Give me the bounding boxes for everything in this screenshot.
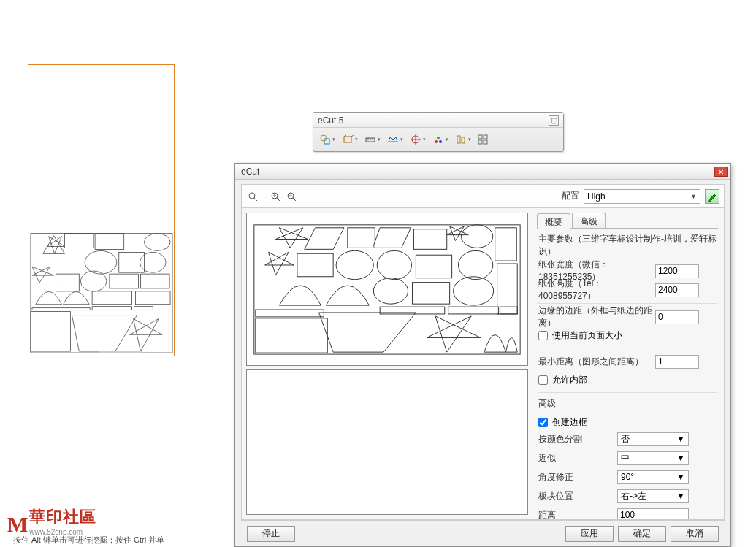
svg-rect-18 (134, 307, 153, 310)
svg-point-37 (439, 140, 442, 143)
zoom-in-icon[interactable] (269, 190, 282, 203)
apply-button[interactable]: 应用 (565, 526, 614, 542)
profile-label: 配置 (562, 190, 579, 202)
svg-rect-2 (95, 234, 124, 250)
tab-overview[interactable]: 概要 (537, 213, 570, 229)
main-params-heading: 主要参数（三维字车标设计制作-培训，爱轩标识） (538, 233, 717, 258)
stop-button[interactable]: 停止 (247, 526, 295, 542)
approx-select[interactable]: 中▼ (617, 451, 689, 465)
svg-marker-76 (427, 316, 481, 352)
svg-rect-38 (457, 136, 460, 143)
svg-line-27 (351, 135, 354, 137)
approx-label: 近似 (538, 452, 617, 464)
svg-rect-7 (119, 252, 145, 272)
edit-profile-button[interactable] (705, 189, 719, 204)
svg-rect-1 (65, 234, 94, 248)
paper-width-input[interactable] (655, 264, 699, 278)
svg-rect-77 (256, 310, 324, 317)
tool-scale-icon[interactable]: ▾ (362, 131, 383, 148)
svg-point-8 (140, 252, 166, 272)
chevron-down-icon: ▼ (690, 193, 697, 200)
svg-rect-39 (462, 137, 465, 143)
border-margin-label: 边缘的边距（外框与纸边的距离） (538, 305, 655, 329)
distance-input[interactable] (617, 508, 689, 520)
zoom-out-icon[interactable] (285, 190, 298, 203)
svg-point-68 (373, 278, 408, 304)
svg-rect-14 (92, 291, 131, 305)
svg-rect-16 (32, 308, 90, 310)
ecut-dialog: eCut ✕ 配置 High ▼ (234, 163, 731, 547)
svg-point-3 (144, 234, 170, 251)
svg-rect-40 (478, 135, 482, 139)
tool-shapes-icon[interactable]: ▾ (316, 131, 338, 148)
paper-height-label: 纸张高度（Tel：4008955727） (538, 278, 655, 302)
svg-line-49 (277, 198, 280, 201)
border-margin-input[interactable] (655, 310, 699, 324)
svg-rect-15 (136, 291, 171, 305)
svg-marker-57 (373, 228, 411, 248)
svg-rect-22 (99, 351, 142, 353)
close-icon[interactable]: ✕ (714, 167, 728, 177)
min-distance-input[interactable] (655, 355, 699, 369)
svg-rect-61 (495, 228, 517, 261)
canvas-artwork (28, 65, 174, 356)
preview-bottom[interactable] (246, 369, 528, 515)
toolbar-close-icon[interactable]: ▢ (549, 115, 559, 126)
preview-pane (242, 208, 532, 519)
svg-point-36 (437, 137, 440, 139)
svg-rect-43 (484, 140, 487, 144)
tool-box-icon[interactable]: ▾ (339, 131, 361, 148)
angle-select[interactable]: 90°▼ (617, 470, 689, 484)
create-border-checkbox[interactable] (538, 418, 548, 427)
separator (264, 190, 264, 203)
cancel-button[interactable]: 取消 (671, 526, 719, 542)
allow-inner-checkbox[interactable] (538, 375, 548, 385)
svg-marker-62 (265, 252, 294, 275)
allow-inner-label: 允许内部 (552, 374, 587, 386)
settings-pane: 概要 高级 主要参数（三维字车标设计制作-培训，爱轩标识） 纸张宽度（微信：18… (532, 208, 724, 519)
ecut5-toolbar[interactable]: eCut 5 ▢ ▾ ▾ ▾ ▾ ▾ ▾ ▾ (313, 112, 564, 152)
svg-rect-58 (413, 229, 446, 250)
svg-rect-74 (500, 307, 518, 314)
watermark-logo-icon: M (7, 512, 28, 537)
svg-point-65 (377, 250, 411, 279)
svg-rect-78 (256, 318, 327, 353)
ok-button[interactable]: 确定 (618, 526, 666, 542)
distance-label: 距离 (538, 509, 617, 520)
preview-top[interactable] (246, 213, 528, 366)
paper-height-input[interactable] (655, 283, 699, 297)
dialog-titlebar[interactable]: eCut ✕ (235, 164, 730, 180)
svg-marker-54 (275, 228, 308, 248)
svg-rect-42 (478, 140, 482, 144)
toolbar-title: eCut 5 (318, 113, 343, 128)
tool-align-icon[interactable]: ▾ (452, 131, 474, 148)
tool-target-icon[interactable]: ▾ (407, 131, 429, 148)
tool-colors-icon[interactable]: ▾ (429, 131, 451, 148)
profile-value: High (587, 191, 606, 202)
svg-point-70 (454, 277, 494, 305)
svg-rect-69 (412, 283, 449, 305)
angle-label: 角度修正 (538, 471, 617, 483)
tab-advanced[interactable]: 高级 (572, 213, 606, 228)
tool-grid-icon[interactable] (475, 131, 491, 148)
svg-rect-12 (110, 274, 139, 288)
split-color-select[interactable]: 否▼ (617, 432, 689, 446)
min-distance-label: 最小距离（图形之间距离） (538, 356, 655, 368)
svg-rect-66 (416, 255, 451, 278)
document-canvas[interactable] (28, 64, 175, 356)
create-border-label: 创建边框 (552, 416, 587, 429)
svg-marker-9 (32, 267, 54, 283)
svg-point-11 (80, 271, 107, 291)
plate-pos-select[interactable]: 右->左▼ (617, 489, 689, 503)
svg-marker-75 (318, 313, 416, 352)
svg-rect-53 (254, 225, 520, 354)
svg-rect-63 (297, 253, 333, 277)
watermark-text: 華印社區 (29, 506, 96, 528)
profile-select[interactable]: High ▼ (584, 189, 700, 204)
svg-rect-25 (344, 137, 351, 142)
tool-crown-icon[interactable]: ▾ (384, 131, 406, 148)
svg-marker-55 (305, 228, 344, 250)
use-page-size-checkbox[interactable] (538, 331, 548, 340)
zoom-fit-icon[interactable] (246, 190, 259, 203)
svg-line-45 (254, 198, 257, 201)
